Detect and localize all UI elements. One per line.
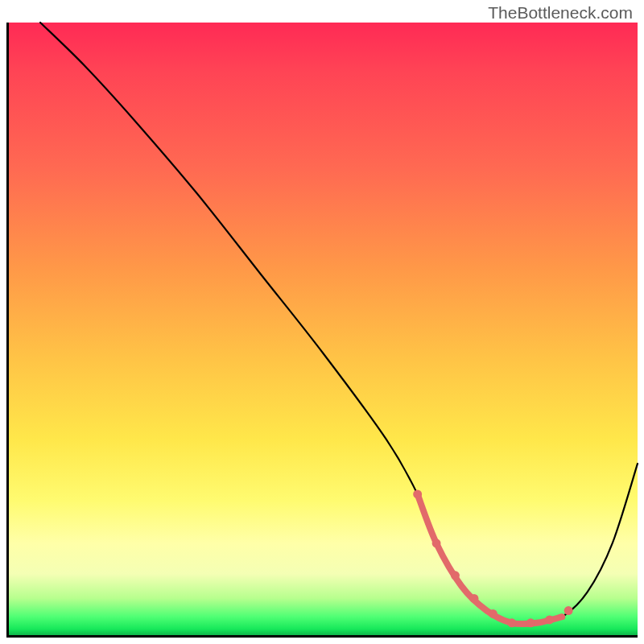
highlight-dot [432,539,441,547]
bottleneck-curve [40,23,638,624]
highlight-dots [413,490,572,628]
highlight-dot [507,618,516,627]
watermark-text: TheBottleneck.com [488,3,633,23]
highlight-dot [545,615,554,624]
highlight-dot [451,571,460,580]
highlight-dot [489,609,497,618]
highlight-dot [413,490,422,499]
chart-canvas: TheBottleneck.com [0,0,644,644]
highlight-segment [418,494,563,624]
plot-area [6,23,638,638]
highlight-dot [564,606,573,615]
curve-overlay [9,23,638,635]
highlight-dot [526,618,535,627]
highlight-dot [470,594,479,603]
